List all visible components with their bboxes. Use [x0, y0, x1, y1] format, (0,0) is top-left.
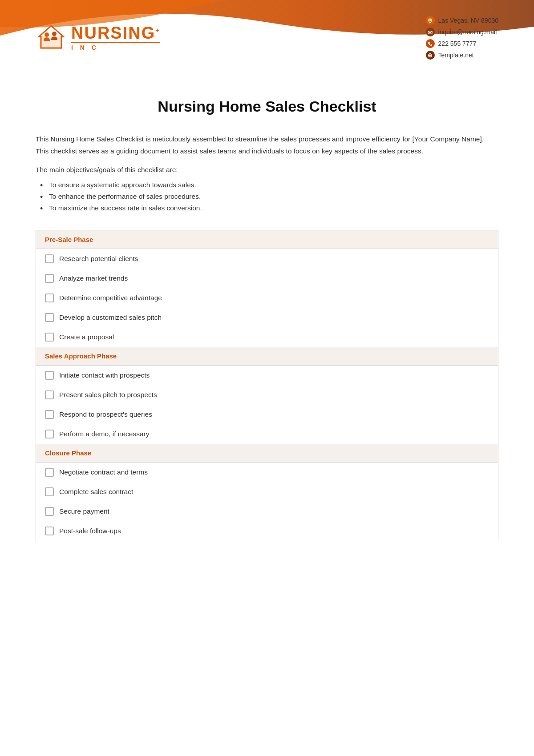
contact-email: inquire@nursing.mail	[426, 28, 498, 36]
checkbox[interactable]	[45, 410, 54, 419]
phase-name-2: Closure Phase	[36, 444, 498, 462]
checklist-item: Determine competitive advantage	[36, 288, 498, 308]
checklist-item-label: Initiate contact with prospects	[59, 371, 150, 379]
checkbox[interactable]	[45, 527, 54, 535]
svg-point-4	[429, 19, 431, 21]
phase-header-2: Closure Phase	[36, 444, 498, 462]
objective-3: To maximize the success rate in sales co…	[40, 204, 498, 212]
checklist-item: Respond to prospect's queries	[36, 405, 498, 424]
location-icon	[426, 16, 435, 25]
checklist-item-label: Create a proposal	[59, 333, 114, 341]
page-title: Nursing Home Sales Checklist	[36, 98, 498, 115]
contact-phone: 222 555 7777	[426, 39, 498, 48]
checklist-row: Complete sales contract	[36, 482, 498, 502]
svg-point-2	[44, 32, 49, 37]
intro-paragraph: This Nursing Home Sales Checklist is met…	[36, 133, 498, 157]
checkbox[interactable]	[45, 430, 54, 438]
logo-icon	[36, 22, 67, 53]
checklist-item: Complete sales contract	[36, 482, 498, 502]
objectives-list: To ensure a systematic approach towards …	[36, 181, 498, 212]
checkbox[interactable]	[45, 313, 54, 322]
checklist-row: Analyze market trends	[36, 269, 498, 288]
checklist-item: Secure payment	[36, 502, 498, 521]
checkbox[interactable]	[45, 333, 54, 342]
objectives-heading: The main objectives/goals of this checkl…	[36, 166, 498, 174]
phase-name-0: Pre-Sale Phase	[36, 230, 498, 249]
logo-area: NURSING+ I N C	[36, 22, 160, 53]
checkbox[interactable]	[45, 507, 54, 516]
checklist-item-label: Develop a customized sales pitch	[59, 314, 162, 322]
checklist-item: Negotiate contract and terms	[36, 462, 498, 482]
checklist-row: Respond to prospect's queries	[36, 405, 498, 424]
checklist-row: Develop a customized sales pitch	[36, 308, 498, 327]
contact-website: Template.net	[426, 51, 498, 60]
objective-1: To ensure a systematic approach towards …	[40, 181, 498, 189]
checklist-item-label: Research potential clients	[59, 255, 138, 263]
contact-info: Las Vegas, NV 89030 inquire@nursing.mail…	[426, 16, 498, 60]
checkbox[interactable]	[45, 274, 54, 283]
main-content: Nursing Home Sales Checklist This Nursin…	[0, 71, 534, 568]
checklist-item: Present sales pitch to prospects	[36, 385, 498, 405]
checklist-table: Pre-Sale PhaseResearch potential clients…	[36, 230, 498, 541]
checkbox[interactable]	[45, 294, 54, 302]
logo-text-block: NURSING+ I N C	[71, 24, 160, 51]
checkbox[interactable]	[45, 487, 54, 496]
checklist-item: Perform a demo, if necessary	[36, 424, 498, 444]
checklist-item-label: Analyze market trends	[59, 274, 128, 282]
checklist-row: Present sales pitch to prospects	[36, 385, 498, 405]
checklist-row: Secure payment	[36, 502, 498, 521]
phase-name-1: Sales Approach Phase	[36, 347, 498, 366]
objective-2: To enhance the performance of sales proc…	[40, 193, 498, 201]
checkbox[interactable]	[45, 254, 54, 263]
checklist-item: Post-sale follow-ups	[36, 521, 498, 541]
header-banner: NURSING+ I N C Las Vegas, NV 89030 inqui…	[0, 0, 534, 71]
phase-header-1: Sales Approach Phase	[36, 347, 498, 366]
checklist-row: Post-sale follow-ups	[36, 521, 498, 541]
checklist-item: Create a proposal	[36, 327, 498, 347]
checklist-item: Develop a customized sales pitch	[36, 308, 498, 327]
checkbox[interactable]	[45, 468, 54, 477]
svg-point-3	[52, 32, 57, 36]
checklist-item: Initiate contact with prospects	[36, 366, 498, 385]
checklist-row: Perform a demo, if necessary	[36, 424, 498, 444]
checklist-row: Research potential clients	[36, 249, 498, 269]
checkbox[interactable]	[45, 371, 54, 380]
checklist-item-label: Negotiate contract and terms	[59, 468, 148, 476]
checkbox[interactable]	[45, 390, 54, 399]
contact-address: Las Vegas, NV 89030	[426, 16, 498, 25]
checklist-item-label: Perform a demo, if necessary	[59, 430, 149, 438]
phase-header-0: Pre-Sale Phase	[36, 230, 498, 249]
svg-rect-1	[41, 36, 61, 48]
checklist-item-label: Respond to prospect's queries	[59, 410, 152, 418]
checklist-item: Analyze market trends	[36, 269, 498, 288]
checklist-item-label: Present sales pitch to prospects	[59, 391, 157, 399]
checklist-item-label: Complete sales contract	[59, 488, 133, 496]
checklist-item-label: Secure payment	[59, 507, 109, 515]
logo-name: NURSING+	[71, 24, 160, 41]
checklist-item-label: Determine competitive advantage	[59, 294, 162, 302]
phone-icon	[426, 39, 435, 48]
web-icon	[426, 51, 435, 60]
checklist-item-label: Post-sale follow-ups	[59, 527, 121, 535]
checklist-item: Research potential clients	[36, 249, 498, 269]
checklist-row: Negotiate contract and terms	[36, 462, 498, 483]
email-icon	[426, 28, 435, 36]
logo-inc: I N C	[71, 42, 160, 51]
checklist-row: Initiate contact with prospects	[36, 366, 498, 386]
checklist-row: Create a proposal	[36, 327, 498, 347]
checklist-row: Determine competitive advantage	[36, 288, 498, 308]
